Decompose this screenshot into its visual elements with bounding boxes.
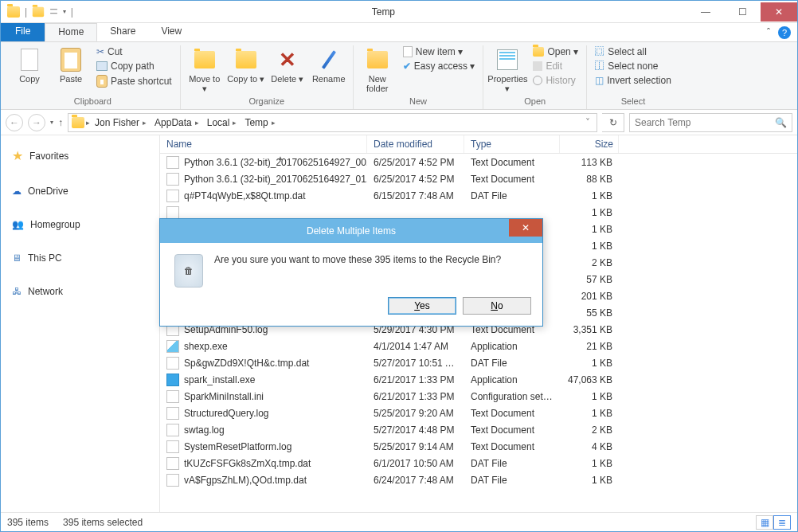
cut-button[interactable]: ✂Cut	[93, 45, 175, 58]
table-row[interactable]: tKUZcFSFGk8sZmXq.tmp.dat6/1/2017 10:50 A…	[160, 455, 797, 471]
file-icon	[166, 173, 179, 186]
minimize-button[interactable]: —	[687, 2, 724, 22]
file-size: 2 KB	[560, 257, 619, 268]
table-row[interactable]: shexp.exe4/1/2014 1:47 AMApplication21 K…	[160, 338, 797, 354]
paste-button[interactable]: Paste	[52, 45, 90, 85]
table-row[interactable]: swtag.log5/27/2017 4:48 PMText Document2…	[160, 421, 797, 438]
tab-home[interactable]: Home	[45, 23, 97, 41]
group-label-open: Open	[488, 95, 581, 109]
nav-history-dropdown[interactable]: ▾	[50, 119, 53, 126]
close-button[interactable]: ✕	[761, 2, 797, 22]
dialog-buttons: Yes No	[160, 292, 542, 326]
file-date: 5/27/2017 10:51 AM	[367, 358, 464, 369]
easy-access-button[interactable]: ✔Easy access ▾	[400, 60, 479, 72]
file-name: vA$FgpsZhLM),QOd.tmp.dat	[184, 475, 307, 486]
sidebar-item-favorites[interactable]: ★Favorites	[9, 142, 151, 170]
bc-sep[interactable]: ▸	[86, 119, 90, 127]
col-date[interactable]: Date modified	[367, 135, 464, 153]
file-size: 1 KB	[560, 358, 619, 369]
file-type: DAT File	[464, 475, 560, 486]
file-date: 5/25/2017 9:20 AM	[367, 408, 464, 419]
collapse-ribbon-icon[interactable]: ˆ	[767, 27, 770, 38]
new-item-button[interactable]: New item ▾	[400, 45, 479, 58]
copy-path-button[interactable]: Copy path	[93, 60, 175, 72]
search-input[interactable]: Search Temp🔍	[629, 113, 792, 132]
file-date: 6/1/2017 10:50 AM	[367, 458, 464, 469]
group-select: ⿴Select all ⿰Select none ◫Invert selecti…	[587, 45, 679, 109]
file-icon	[166, 190, 179, 202]
dialog-text: Are you sure you want to move these 395 …	[214, 254, 501, 265]
refresh-button[interactable]: ↻	[602, 113, 624, 132]
sidebar-item-homegroup[interactable]: 👥Homegroup	[9, 213, 151, 237]
file-date: 6/25/2017 4:52 PM	[367, 174, 464, 185]
paste-shortcut-button[interactable]: Paste shortcut	[93, 74, 175, 88]
table-row[interactable]: Python 3.6.1 (32-bit)_20170625164927_01.…	[160, 170, 797, 187]
sidebar-item-network[interactable]: 🖧Network	[9, 280, 151, 303]
select-none-button[interactable]: ⿰Select none	[592, 60, 675, 72]
dialog-yes-button[interactable]: Yes	[388, 297, 456, 315]
select-all-button[interactable]: ⿴Select all	[592, 45, 675, 58]
tab-file[interactable]: File	[1, 23, 45, 41]
explorer-window: | = ▾ | Temp — ☐ ✕ File Home Share View …	[0, 0, 798, 532]
dialog-close-button[interactable]: ✕	[509, 219, 542, 237]
bc-appdata[interactable]: AppData▸	[151, 117, 202, 128]
qat-dropdown-icon[interactable]: ▾	[63, 8, 66, 15]
qat-open-icon[interactable]	[33, 6, 44, 17]
open-button[interactable]: Open ▾	[530, 45, 581, 58]
copy-to-button[interactable]: Copy to ▾	[227, 45, 265, 85]
maximize-button[interactable]: ☐	[724, 2, 761, 22]
col-size[interactable]: Size	[560, 135, 619, 153]
file-icon	[166, 407, 179, 420]
group-label-organize: Organize	[186, 95, 348, 109]
rename-button[interactable]: Rename	[310, 45, 348, 85]
file-size: 113 KB	[560, 157, 619, 168]
delete-button[interactable]: ✕Delete ▾	[268, 45, 307, 85]
move-to-button[interactable]: Move to ▾	[186, 45, 224, 95]
ribbon: Copy Paste ✂Cut Copy path Paste shortcut…	[1, 42, 797, 110]
table-row[interactable]: spark_install.exe6/21/2017 1:33 PMApplic…	[160, 371, 797, 388]
table-row[interactable]: SparkMiniInstall.ini6/21/2017 1:33 PMCon…	[160, 388, 797, 405]
invert-selection-button[interactable]: ◫Invert selection	[592, 74, 675, 87]
nav-back-button[interactable]: ←	[6, 114, 23, 131]
file-type: Text Document	[464, 157, 560, 168]
breadcrumb[interactable]: ▸ Jon Fisher▸ AppData▸ Local▸ Temp▸ ˅	[68, 113, 597, 132]
history-button[interactable]: History	[530, 74, 581, 87]
table-row[interactable]: q#PT4qWybE,x$8Qt.tmp.dat6/15/2017 7:48 A…	[160, 187, 797, 204]
table-row[interactable]: Sp&gwZDd9X!QtH&c.tmp.dat5/27/2017 10:51 …	[160, 354, 797, 371]
view-details-button[interactable]: ≣	[773, 515, 791, 530]
col-type[interactable]: Type	[464, 135, 560, 153]
bc-user[interactable]: Jon Fisher▸	[92, 117, 150, 128]
help-icon[interactable]: ?	[778, 26, 791, 39]
qat-save-icon[interactable]: =	[49, 3, 58, 20]
dialog-title-bar[interactable]: Delete Multiple Items ✕	[160, 219, 542, 243]
delete-confirmation-dialog: Delete Multiple Items ✕ 🗑 Are you sure y…	[159, 218, 543, 327]
file-rows[interactable]: Python 3.6.1 (32-bit)_20170625164927_00.…	[160, 154, 797, 512]
nav-forward-button[interactable]: →	[28, 114, 45, 131]
tab-share[interactable]: Share	[97, 23, 148, 41]
bc-temp[interactable]: Temp▸	[241, 117, 278, 128]
col-name[interactable]: Name	[160, 135, 367, 153]
table-row[interactable]: StructuredQuery.log5/25/2017 9:20 AMText…	[160, 405, 797, 421]
new-folder-button[interactable]: New folder	[358, 45, 397, 95]
table-row[interactable]: vA$FgpsZhLM),QOd.tmp.dat6/24/2017 7:48 A…	[160, 471, 797, 488]
bc-local[interactable]: Local▸	[204, 117, 241, 128]
pc-icon: 🖥	[12, 252, 22, 264]
window-title: Temp	[80, 6, 687, 18]
nav-bar: ← → ▾ ↑ ▸ Jon Fisher▸ AppData▸ Local▸ Te…	[1, 110, 797, 135]
file-size: 201 KB	[560, 291, 619, 302]
table-row[interactable]: SystemResetPlatform.log5/25/2017 9:14 AM…	[160, 438, 797, 455]
view-tiles-button[interactable]: ▦	[756, 515, 773, 530]
nav-up-button[interactable]: ↑	[58, 117, 63, 128]
dialog-no-button[interactable]: No	[463, 297, 531, 315]
bc-dropdown-icon[interactable]: ˅	[582, 117, 593, 128]
file-name: Sp&gwZDd9X!QtH&c.tmp.dat	[184, 358, 309, 369]
properties-button[interactable]: Properties ▾	[488, 45, 526, 95]
file-icon	[166, 440, 179, 453]
copy-button[interactable]: Copy	[10, 45, 49, 85]
group-open: Properties ▾ Open ▾ Edit History Open	[483, 45, 587, 109]
table-row[interactable]: Python 3.6.1 (32-bit)_20170625164927_00.…	[160, 154, 797, 170]
file-size: 1 KB	[560, 224, 619, 235]
tab-view[interactable]: View	[148, 23, 194, 41]
sidebar-item-thispc[interactable]: 🖥This PC	[9, 246, 151, 270]
sidebar-item-onedrive[interactable]: ☁OneDrive	[9, 179, 151, 203]
